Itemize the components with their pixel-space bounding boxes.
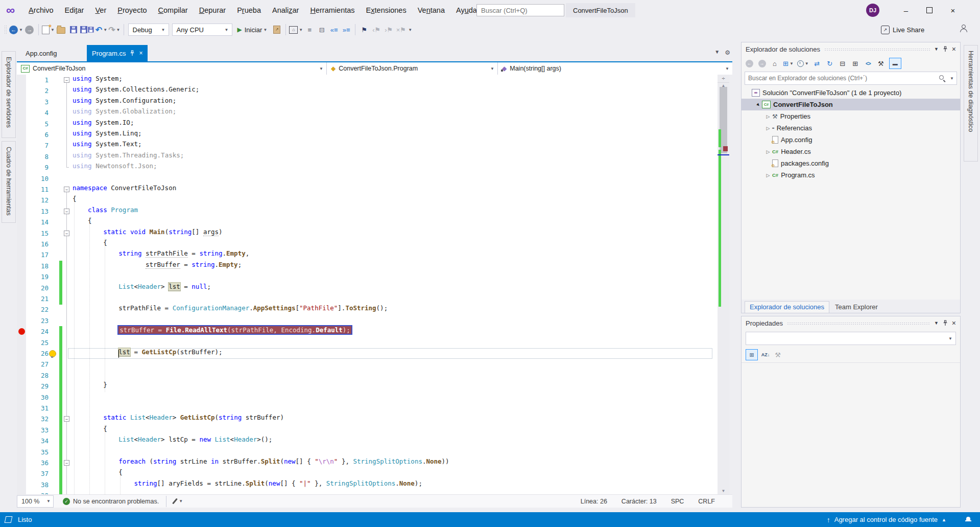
quick-actions-lightbulb-icon[interactable] <box>49 350 56 357</box>
code-line[interactable]: using System.Threading.Tasks; <box>73 151 184 162</box>
property-pages-button[interactable]: ⚒ <box>773 350 782 360</box>
tree-item-properties[interactable]: ▷⚒Properties <box>742 110 960 122</box>
redo-button[interactable]: ↷▼ <box>108 23 120 36</box>
code-editor[interactable]: 1−using System;2using System.Collections… <box>17 75 718 494</box>
se-pending-changes-filter-button[interactable]: ▼ <box>797 58 809 68</box>
tree-item-soluci-n-convertfiletojson-1-de-1-proyec[interactable]: ∞Solución "ConvertFileToJson" (1 de 1 pr… <box>742 87 960 99</box>
member-dropdown[interactable]: ◆ Main(string[] args) ▼ <box>498 62 732 75</box>
menu-compilar[interactable]: Compilar <box>153 6 194 14</box>
breakpoint-margin[interactable] <box>17 75 26 494</box>
code-line[interactable]: using System; <box>73 75 123 85</box>
search-input[interactable] <box>477 6 572 15</box>
save-all-button[interactable] <box>80 23 94 36</box>
code-line[interactable]: strBuffer = string.Empty; <box>73 261 242 271</box>
unindent-button[interactable]: «≡ <box>328 23 340 36</box>
close-panel-icon[interactable]: × <box>952 45 956 53</box>
pin-icon[interactable] <box>943 46 948 52</box>
code-line[interactable]: using System.Text; <box>73 140 141 151</box>
tab-app-config[interactable]: App.config <box>20 45 62 61</box>
scroll-down-icon[interactable]: ▼ <box>718 489 729 493</box>
toolbar-overflow-chevron-icon[interactable]: ▼ <box>408 28 412 32</box>
document-dropdown-icon[interactable]: ▼ <box>714 49 720 56</box>
toolbox-vertical-tab[interactable]: Cuadro de herramientas <box>2 141 16 223</box>
alphabetical-sort-button[interactable]: AZ↓ <box>761 350 770 360</box>
toggle-bookmark-button[interactable]: ⚑ <box>358 23 370 36</box>
code-line[interactable]: strBuffer = File.ReadAllText(strPathFile… <box>73 326 351 337</box>
se-collapse-all-button[interactable]: ⊟ <box>838 58 847 68</box>
editor-scrollbar[interactable]: ÷ ▲ ▼ <box>718 75 729 494</box>
panel-menu-chevron-icon[interactable]: ▼ <box>934 320 939 326</box>
collapsed-arrow-icon[interactable]: ▷ <box>765 126 771 131</box>
user-avatar[interactable]: DJ <box>866 4 879 17</box>
se-switch-views-button[interactable]: ⊞▼ <box>783 58 794 68</box>
undo-button[interactable]: ↶▼ <box>95 23 107 36</box>
tab-team-explorer[interactable]: Team Explorer <box>830 302 882 313</box>
collapsed-arrow-icon[interactable]: ▷ <box>765 149 771 154</box>
se-properties-button[interactable]: ⚒ <box>876 58 886 68</box>
tree-item-program-cs[interactable]: ▷C#Program.cs <box>742 169 960 181</box>
pin-icon[interactable] <box>943 320 948 326</box>
code-line[interactable]: { <box>73 195 77 205</box>
code-line[interactable]: using Newtonsoft.Json; <box>73 162 157 173</box>
se-show-all-files-button[interactable]: ⊞ <box>851 58 860 68</box>
menu-proyecto[interactable]: Proyecto <box>112 6 152 14</box>
tab-solution-explorer[interactable]: Explorador de soluciones <box>745 301 829 313</box>
notifications-bell-icon[interactable] <box>965 516 972 523</box>
server-explorer-vertical-tab[interactable]: Explorador de servidores <box>2 51 16 138</box>
tree-item-app-config[interactable]: App.config <box>742 134 960 146</box>
panel-menu-chevron-icon[interactable]: ▼ <box>934 47 939 52</box>
feedback-icon[interactable] <box>959 25 967 33</box>
next-bookmark-button[interactable]: ›⚑ <box>383 23 394 36</box>
se-preview-selected-items-button[interactable]: ▬ <box>889 58 901 69</box>
menu-herramientas[interactable]: Herramientas <box>304 6 360 14</box>
column-indicator[interactable]: Carácter: 13 <box>622 498 657 505</box>
attach-to-process-button[interactable]: ↗ <box>271 23 282 36</box>
solution-configuration-dropdown[interactable]: Debug▼ <box>128 24 169 36</box>
solution-explorer-search[interactable]: ▼ <box>745 72 957 85</box>
expanded-arrow-icon[interactable]: ▼ <box>754 101 761 108</box>
fold-toggle[interactable]: − <box>64 209 69 214</box>
code-line[interactable]: { <box>73 239 107 249</box>
maximize-button[interactable] <box>918 0 941 20</box>
menu-ventana[interactable]: Ventana <box>412 6 450 14</box>
se-sync-button[interactable]: ⇄ <box>812 58 822 68</box>
categorized-button[interactable]: ⊞ <box>746 349 758 360</box>
properties-title-bar[interactable]: Propiedades ▼ × <box>742 316 960 330</box>
line-structure-button[interactable]: ⊟ <box>316 23 327 36</box>
fold-toggle[interactable]: − <box>64 77 69 83</box>
code-cleanup-pen-icon[interactable] <box>172 498 178 505</box>
split-editor-handle[interactable]: ÷ <box>718 75 729 83</box>
previous-bookmark-button[interactable]: ‹⚑ <box>371 23 382 36</box>
solution-platform-dropdown[interactable]: Any CPU▼ <box>172 24 232 36</box>
tree-item-header-cs[interactable]: ▷C#Header.cs <box>742 146 960 157</box>
se-view-code-button[interactable]: <> <box>864 58 873 68</box>
live-share-button[interactable]: ↗ Live Share <box>881 20 924 39</box>
code-line[interactable]: using System.Globalization; <box>73 107 176 118</box>
code-line[interactable]: List<Header> lst = null; <box>73 283 211 293</box>
menu-ver[interactable]: Ver <box>89 6 112 14</box>
new-project-button[interactable]: ▼ <box>42 23 55 36</box>
menu-archivo[interactable]: Archivo <box>23 6 59 14</box>
close-panel-icon[interactable]: × <box>952 319 956 327</box>
options-gear-icon[interactable]: ⚙ <box>725 49 730 56</box>
code-line[interactable]: { <box>73 425 107 436</box>
code-line[interactable]: using System.Linq; <box>73 129 141 140</box>
code-line[interactable]: class Program <box>73 206 138 217</box>
line-indicator[interactable]: Línea: 26 <box>581 498 607 505</box>
code-line[interactable]: using System.IO; <box>73 119 134 129</box>
tree-item-packages-config[interactable]: packages.config <box>742 157 960 169</box>
code-line[interactable]: using System.Configuration; <box>73 97 176 107</box>
fold-toggle[interactable]: − <box>64 416 69 422</box>
add-to-source-control-button[interactable]: Agregar al control de código fuente <box>834 516 938 523</box>
collapsed-arrow-icon[interactable]: ▷ <box>765 114 771 119</box>
line-ending-indicator[interactable]: CRLF <box>698 498 715 505</box>
indent-button[interactable]: »≡ <box>341 23 352 36</box>
tab-program-cs[interactable]: Program.cs × <box>87 45 148 61</box>
code-line[interactable]: static List<Header> GetListCp(string str… <box>73 414 284 424</box>
code-line[interactable]: string strPathFile = string.Empty, <box>73 249 249 260</box>
code-line[interactable]: lst = GetListCp(strBuffer); <box>73 348 223 359</box>
close-tab-icon[interactable]: × <box>139 50 142 57</box>
menu-analizar[interactable]: Analizar <box>267 6 304 14</box>
minimize-button[interactable]: – <box>894 0 918 20</box>
menu-editar[interactable]: Editar <box>59 6 90 14</box>
